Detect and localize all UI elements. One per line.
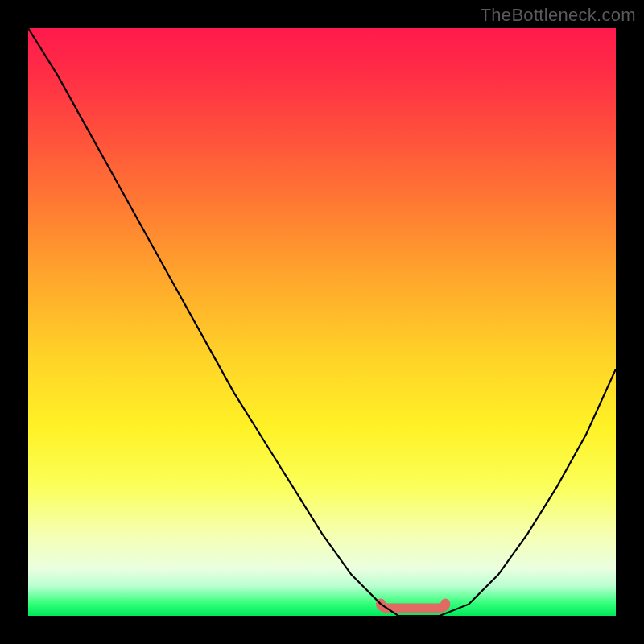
bottleneck-curve <box>28 28 616 616</box>
optimal-region-marker <box>381 603 445 608</box>
curve-layer <box>28 28 616 616</box>
chart-frame: TheBottleneck.com <box>0 0 644 644</box>
watermark-text: TheBottleneck.com <box>481 5 636 26</box>
plot-area <box>28 28 616 616</box>
